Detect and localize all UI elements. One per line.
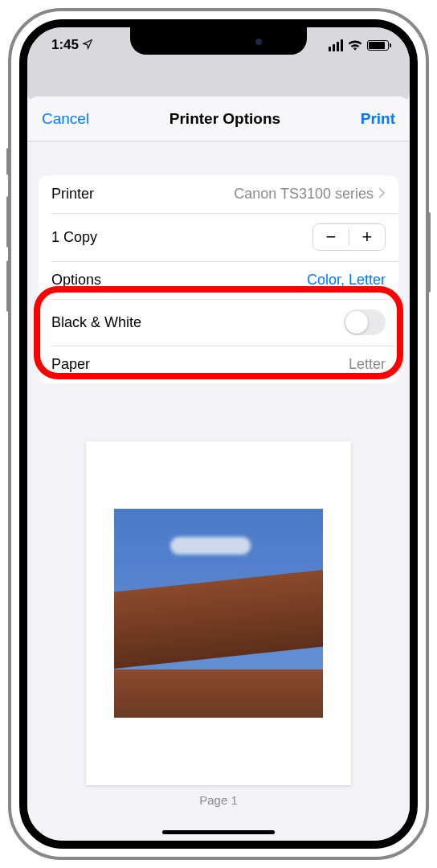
notch (130, 27, 307, 55)
battery-icon (367, 40, 389, 51)
volume-down (6, 260, 10, 312)
home-indicator[interactable] (162, 830, 275, 834)
copies-label: 1 Copy (51, 229, 97, 246)
black-white-row: Black & White (39, 299, 398, 346)
printer-row[interactable]: Printer Canon TS3100 series (39, 175, 398, 213)
wifi-icon (348, 39, 362, 51)
location-icon (82, 39, 93, 52)
nav-bar: Cancel Printer Options Print (27, 96, 410, 141)
toggle-knob (345, 311, 368, 334)
printer-label: Printer (51, 186, 94, 203)
paper-label: Paper (51, 356, 90, 373)
cancel-button[interactable]: Cancel (42, 110, 89, 128)
bw-label: Black & White (51, 314, 141, 331)
options-label: Options (51, 272, 101, 289)
page-label: Page 1 (199, 793, 238, 807)
copies-row: 1 Copy − + (39, 213, 398, 261)
device-frame: 1:45 Cancel Printer Options Print (8, 8, 429, 860)
stepper-plus-button[interactable]: + (349, 224, 385, 250)
page-title: Printer Options (169, 110, 280, 128)
power-button (427, 212, 431, 293)
mute-switch (6, 148, 10, 175)
print-button[interactable]: Print (361, 110, 395, 128)
options-row[interactable]: Options Color, Letter (39, 261, 398, 299)
preview-area: Page 1 (39, 441, 398, 807)
options-value: Color, Letter (307, 272, 386, 289)
cellular-icon (329, 39, 343, 51)
print-sheet: Cancel Printer Options Print Printer Can… (27, 96, 410, 841)
settings-group: Printer Canon TS3100 series 1 Copy − (39, 175, 398, 383)
stepper-minus-button[interactable]: − (313, 224, 349, 250)
paper-value: Letter (349, 356, 386, 373)
volume-up (6, 196, 10, 248)
status-time: 1:45 (51, 37, 79, 53)
content-area: Printer Canon TS3100 series 1 Copy − (27, 141, 410, 807)
screen: 1:45 Cancel Printer Options Print (19, 19, 418, 849)
preview-image (114, 509, 323, 718)
copies-stepper: − + (312, 223, 386, 251)
chevron-right-icon (378, 186, 386, 203)
printer-value: Canon TS3100 series (234, 186, 374, 203)
preview-page[interactable] (86, 441, 351, 785)
paper-row[interactable]: Paper Letter (39, 346, 398, 383)
bw-toggle[interactable] (344, 309, 386, 335)
